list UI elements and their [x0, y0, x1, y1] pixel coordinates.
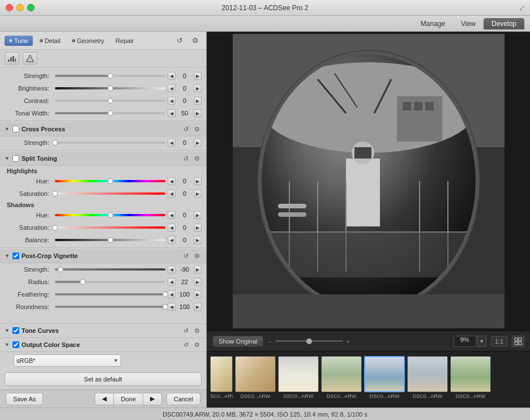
set-default-button[interactable]: Set as default — [5, 372, 202, 386]
highlights-hue-inc[interactable]: ▶ — [194, 177, 202, 185]
vignette-radius-track[interactable] — [55, 281, 165, 283]
cross-process-settings[interactable]: ⚙ — [193, 125, 202, 134]
strength-track[interactable] — [55, 75, 165, 77]
split-toning-header[interactable]: ▼ Split Toning ↺ ⚙ — [0, 152, 206, 166]
list-item[interactable]: DSC0...ARW — [364, 356, 405, 404]
tone-curves-settings[interactable]: ⚙ — [193, 326, 202, 335]
vignette-feathering-inc[interactable]: ▶ — [194, 290, 202, 298]
warning-button[interactable]: ! — [23, 52, 37, 65]
output-cs-refresh[interactable]: ↺ — [181, 340, 190, 349]
shadows-sat-inc[interactable]: ▶ — [194, 224, 202, 232]
close-button[interactable] — [6, 4, 13, 11]
vignette-checkbox[interactable] — [12, 252, 19, 259]
split-toning-settings[interactable]: ⚙ — [193, 154, 202, 163]
vignette-strength-inc[interactable]: ▶ — [194, 265, 202, 273]
list-item[interactable]: DSC0...ARW — [235, 356, 276, 404]
tonal-width-dec[interactable]: ◀ — [168, 109, 176, 117]
shadows-sat-dec[interactable]: ◀ — [168, 224, 176, 232]
list-item[interactable]: DSC0...ARW — [278, 356, 319, 404]
nav-prev-button[interactable]: ◀ — [95, 393, 114, 405]
vignette-settings[interactable]: ⚙ — [193, 251, 202, 260]
output-cs-checkbox[interactable] — [12, 341, 19, 348]
vignette-strength-track[interactable] — [55, 268, 165, 271]
highlights-sat-dec[interactable]: ◀ — [168, 190, 176, 198]
highlights-hue-dec[interactable]: ◀ — [168, 177, 176, 185]
nav-next-button[interactable]: ▶ — [143, 393, 162, 405]
tab-manage[interactable]: Manage — [413, 18, 453, 29]
done-button[interactable]: Done — [114, 393, 143, 405]
tonal-width-track[interactable] — [55, 112, 165, 114]
tab-geometry[interactable]: Geometry — [67, 36, 109, 46]
vignette-roundness-inc[interactable]: ▶ — [194, 303, 202, 311]
cross-process-header[interactable]: ▼ Cross Process ↺ ⚙ — [0, 122, 206, 136]
tonal-width-inc[interactable]: ▶ — [194, 109, 202, 117]
histogram-button[interactable] — [5, 52, 19, 65]
strength-inc[interactable]: ▶ — [194, 72, 202, 80]
vignette-roundness-dec[interactable]: ◀ — [168, 303, 176, 311]
zoom-out-icon[interactable]: – — [268, 338, 271, 345]
shadows-hue-track[interactable] — [55, 214, 165, 216]
highlights-sat-inc[interactable]: ▶ — [194, 190, 202, 198]
refresh-icon[interactable]: ↺ — [173, 35, 186, 47]
zoom-in-icon[interactable]: + — [347, 338, 350, 345]
cross-process-checkbox[interactable] — [12, 126, 19, 132]
zoom-dropdown[interactable]: ▼ — [477, 336, 486, 347]
output-cs-settings[interactable]: ⚙ — [193, 340, 202, 349]
highlights-sat-track[interactable] — [55, 192, 165, 195]
vignette-strength-dec[interactable]: ◀ — [168, 265, 176, 273]
brightness-inc[interactable]: ▶ — [194, 84, 202, 92]
save-as-button[interactable]: Save As — [6, 393, 43, 405]
vignette-roundness-track[interactable] — [55, 306, 165, 308]
balance-dec[interactable]: ◀ — [168, 236, 176, 244]
tab-tune[interactable]: Tune — [5, 36, 33, 46]
fit-button[interactable] — [512, 336, 524, 347]
split-toning-checkbox[interactable] — [12, 155, 19, 162]
show-original-button[interactable]: Show Original — [212, 336, 263, 347]
brightness-track[interactable] — [55, 87, 165, 89]
balance-controls: ◀ 0 ▶ — [168, 236, 202, 244]
list-item[interactable]: DSC0...ARW — [321, 356, 362, 404]
zoom-input[interactable]: 9% — [454, 336, 476, 347]
tone-curves-refresh[interactable]: ↺ — [181, 326, 190, 335]
highlights-hue-track[interactable] — [55, 180, 165, 182]
shadows-hue-dec[interactable]: ◀ — [168, 211, 176, 219]
minimize-button[interactable] — [16, 4, 24, 11]
shadows-sat-track[interactable] — [55, 226, 165, 229]
vignette-feathering-dec[interactable]: ◀ — [168, 290, 176, 298]
color-space-select[interactable]: sRGB* ▼ — [14, 354, 121, 367]
contrast-track[interactable] — [55, 100, 165, 102]
balance-track[interactable] — [55, 239, 165, 241]
tone-curves-checkbox[interactable] — [12, 327, 19, 334]
tab-develop[interactable]: Develop — [484, 18, 524, 29]
cancel-button[interactable]: Cancel — [166, 393, 200, 405]
vignette-radius-inc[interactable]: ▶ — [194, 278, 202, 286]
contrast-inc[interactable]: ▶ — [194, 97, 202, 105]
vignette-radius-dec[interactable]: ◀ — [168, 278, 176, 286]
list-item[interactable]: DSC0...ARW — [450, 356, 491, 404]
shadows-hue-inc[interactable]: ▶ — [194, 211, 202, 219]
resize-icon[interactable]: ⤢ — [519, 3, 525, 12]
vignette-feathering-track[interactable] — [55, 293, 165, 295]
vignette-refresh[interactable]: ↺ — [181, 251, 190, 260]
zoom-slider[interactable] — [275, 340, 343, 342]
cross-process-strength-dec[interactable]: ◀ — [168, 139, 176, 147]
cross-process-strength-track[interactable] — [55, 142, 165, 144]
brightness-dec[interactable]: ◀ — [168, 84, 176, 92]
one-to-one-button[interactable]: 1:1 — [491, 336, 507, 346]
contrast-dec[interactable]: ◀ — [168, 97, 176, 105]
strength-dec[interactable]: ◀ — [168, 72, 176, 80]
maximize-button[interactable] — [27, 4, 35, 11]
cross-process-strength-value: 0 — [177, 139, 193, 146]
tab-view[interactable]: View — [453, 18, 484, 29]
settings-icon[interactable]: ⚙ — [189, 35, 202, 47]
balance-inc[interactable]: ▶ — [194, 236, 202, 244]
tab-detail[interactable]: Detail — [35, 36, 65, 46]
tab-repair[interactable]: Repair — [111, 36, 138, 46]
list-item[interactable]: DSC0...ARW — [210, 356, 233, 404]
tone-curves-row[interactable]: ▼ Tone Curves ↺ ⚙ — [0, 324, 206, 338]
cross-process-refresh[interactable]: ↺ — [181, 125, 190, 134]
split-toning-refresh[interactable]: ↺ — [181, 154, 190, 163]
vignette-header[interactable]: ▼ Post-Crop Vignette ↺ ⚙ — [0, 249, 206, 263]
cross-process-strength-inc[interactable]: ▶ — [194, 139, 202, 147]
list-item[interactable]: DSC0...ARW — [407, 356, 448, 404]
